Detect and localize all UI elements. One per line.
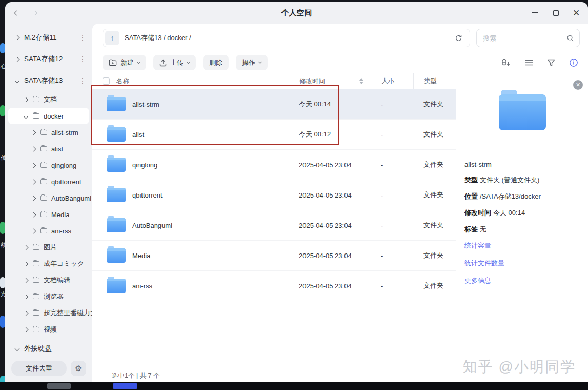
- chevron-right-icon[interactable]: [24, 294, 29, 299]
- search-box[interactable]: [476, 29, 580, 47]
- sidebar-item-qinglong[interactable]: qinglong: [5, 157, 92, 173]
- sidebar-item-ani-rss[interactable]: ani-rss: [5, 223, 92, 239]
- field-value: 无: [480, 225, 486, 233]
- table-row-qbittorrent[interactable]: qbittorrent 2025-04-05 23:04 - 文件夹: [92, 180, 456, 210]
- link-calc-size[interactable]: 统计容量: [464, 241, 580, 250]
- link-more-info[interactable]: 更多信息: [464, 276, 580, 285]
- new-button[interactable]: 新建: [103, 55, 146, 70]
- address-bar[interactable]: ↑ SATA存储13 / docker /: [103, 29, 470, 47]
- folder-icon: [40, 163, 47, 168]
- folder-tree: M.2存储11 ⋮ SATA存储12 ⋮ SATA存储13 ⋮ 文档: [5, 27, 92, 360]
- chevron-right-icon[interactable]: [31, 130, 36, 135]
- chevron-right-icon[interactable]: [24, 97, 29, 102]
- table-row-alist-strm[interactable]: alist-strm 今天 00:14 - 文件夹: [92, 89, 456, 120]
- chevron-right-icon[interactable]: [31, 146, 36, 151]
- minimize-button[interactable]: [529, 6, 542, 20]
- table-row-qinglong[interactable]: qinglong 2025-04-05 23:04 - 文件夹: [92, 150, 456, 180]
- titlebar: 个人空间 ✕: [5, 2, 588, 24]
- column-header-type[interactable]: 类型: [413, 73, 456, 89]
- chevron-right-icon[interactable]: [24, 261, 29, 266]
- chevron-right-icon[interactable]: [15, 35, 20, 40]
- folder-icon: [33, 113, 39, 119]
- column-header-size[interactable]: 大小: [371, 73, 413, 89]
- search-icon: [566, 34, 574, 42]
- chevron-right-icon[interactable]: [31, 212, 36, 217]
- folder-icon: [33, 97, 39, 102]
- file-size: -: [371, 161, 413, 169]
- sidebar-item-label: 浏览器: [44, 292, 64, 301]
- file-type: 文件夹: [413, 160, 456, 169]
- sidebar-item-docker[interactable]: docker: [8, 108, 89, 124]
- search-input[interactable]: [483, 34, 566, 42]
- sidebar-item-qbittorrent[interactable]: qbittorrent: [5, 173, 92, 190]
- maximize-button[interactable]: [549, 6, 562, 20]
- sidebar-item-videos[interactable]: 视频: [5, 321, 92, 338]
- chevron-down-icon[interactable]: [15, 78, 20, 83]
- chevron-right-icon[interactable]: [31, 163, 36, 168]
- sidebar-item-browser[interactable]: 浏览器: [5, 288, 92, 305]
- sort-arrows-icon[interactable]: [359, 78, 363, 84]
- delete-button[interactable]: 删除: [203, 55, 229, 70]
- list-view-button[interactable]: [523, 57, 534, 68]
- chevron-right-icon[interactable]: [31, 196, 36, 201]
- close-button[interactable]: ✕: [570, 6, 583, 20]
- sidebar-item-sata-storage-13[interactable]: SATA存储13 ⋮: [5, 70, 92, 91]
- info-button[interactable]: [569, 57, 579, 68]
- details-close-button[interactable]: ✕: [573, 80, 583, 90]
- chevron-right-icon[interactable]: [24, 310, 29, 316]
- sidebar-item-label: ani-rss: [51, 227, 71, 235]
- chevron-right-icon[interactable]: [24, 245, 29, 250]
- file-name: qbittorrent: [132, 191, 163, 199]
- column-header-modified[interactable]: 修改时间: [289, 73, 371, 89]
- sidebar-item-doc-edit[interactable]: 文档编辑: [5, 272, 92, 288]
- table-row-alist[interactable]: alist 今天 00:12 - 文件夹: [92, 120, 456, 150]
- breadcrumb[interactable]: SATA存储13 / docker /: [125, 33, 447, 43]
- chevron-down-icon[interactable]: [24, 113, 29, 119]
- details-field-tags: 标签无: [464, 225, 580, 234]
- sidebar-item-alist-strm[interactable]: alist-strm: [5, 124, 92, 141]
- file-size: -: [371, 252, 413, 260]
- sidebar-item-sata-storage-12[interactable]: SATA存储12 ⋮: [5, 48, 92, 70]
- kebab-menu-icon[interactable]: ⋮: [79, 33, 86, 42]
- kebab-menu-icon[interactable]: ⋮: [79, 76, 86, 85]
- sidebar-item-label: AutoBangumi: [51, 194, 91, 202]
- sidebar-item-label: docker: [44, 112, 64, 120]
- sidebar-item-m2-storage-11[interactable]: M.2存储11 ⋮: [5, 27, 92, 48]
- refresh-button[interactable]: [452, 32, 464, 44]
- chevron-right-icon[interactable]: [15, 56, 20, 62]
- sidebar-item-autobangumi[interactable]: AutoBangumi: [5, 190, 92, 206]
- sidebar-item-alist[interactable]: alist: [5, 141, 92, 157]
- settings-button[interactable]: ⚙: [71, 361, 86, 376]
- link-count-files[interactable]: 统计文件数量: [464, 259, 580, 268]
- file-list: 名称 修改时间 大小 类型: [92, 73, 456, 382]
- upload-button[interactable]: 上传: [153, 55, 196, 70]
- details-preview: [456, 73, 588, 151]
- folder-icon: [107, 188, 126, 202]
- chevron-right-icon[interactable]: [31, 179, 36, 184]
- chevron-right-icon[interactable]: [24, 278, 29, 283]
- select-all-checkbox[interactable]: [103, 77, 110, 85]
- folder-icon: [107, 248, 126, 263]
- folder-icon: [40, 212, 47, 217]
- chevron-down-icon[interactable]: [15, 346, 20, 351]
- kebab-menu-icon[interactable]: ⋮: [79, 55, 86, 63]
- table-row-ani-rss[interactable]: ani-rss 2025-04-05 23:04 - 文件夹: [92, 271, 456, 301]
- sort-button[interactable]: [501, 57, 511, 68]
- sidebar-item-docs[interactable]: 文档: [5, 91, 92, 108]
- sidebar-item-pictures[interactable]: 图片: [5, 239, 92, 256]
- column-header-name[interactable]: 名称: [92, 73, 289, 89]
- file-dedupe-button[interactable]: 文件去重: [11, 361, 67, 376]
- chevron-right-icon[interactable]: [31, 228, 36, 233]
- up-directory-button[interactable]: ↑: [105, 31, 119, 45]
- sidebar-item-external-drives[interactable]: 外接硬盘: [5, 338, 92, 359]
- sidebar-item-comics[interactable]: 成年コミック: [5, 256, 92, 272]
- table-row-autobangumi[interactable]: AutoBangumi 2025-04-05 23:04 - 文件夹: [92, 210, 456, 241]
- sidebar-item-label: qbittorrent: [51, 178, 82, 186]
- table-row-media[interactable]: Media 2025-04-05 23:04 - 文件夹: [92, 241, 456, 271]
- sidebar-item-media[interactable]: Media: [5, 206, 92, 223]
- filter-button[interactable]: [546, 57, 556, 68]
- actions-button[interactable]: 操作: [236, 55, 268, 70]
- view-options: [501, 57, 579, 68]
- chevron-right-icon[interactable]: [24, 327, 29, 332]
- sidebar-item-magnet[interactable]: 超完整里番磁力大: [5, 305, 92, 321]
